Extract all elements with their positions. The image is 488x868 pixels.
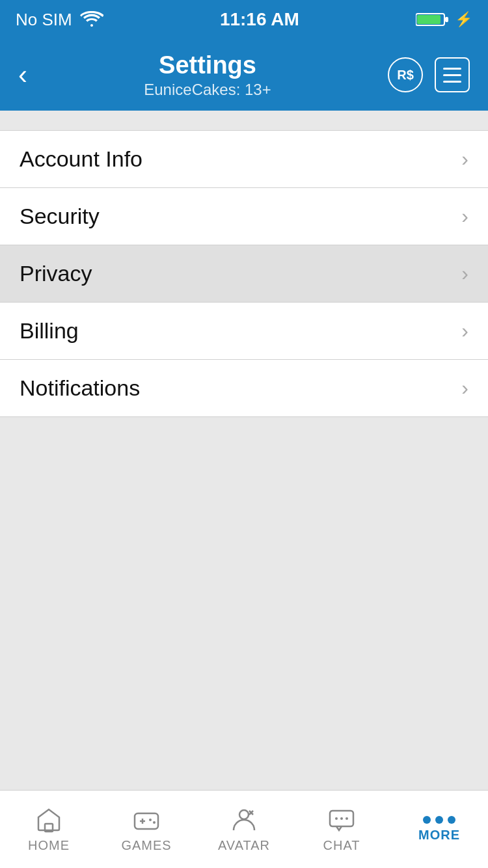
notifications-label: Notifications xyxy=(20,375,140,401)
more-icon xyxy=(423,816,455,824)
svg-point-14 xyxy=(340,817,343,820)
billing-label: Billing xyxy=(20,318,79,344)
nav-subtitle: EuniceCakes: 13+ xyxy=(144,81,271,99)
games-tab-label: GAMES xyxy=(121,838,171,853)
security-label: Security xyxy=(20,204,100,229)
svg-rect-2 xyxy=(445,17,448,22)
home-icon xyxy=(34,806,63,834)
home-tab-label: HOME xyxy=(28,838,70,853)
settings-item-account-info[interactable]: Account Info › xyxy=(0,131,488,188)
tab-item-more[interactable]: MORE xyxy=(390,791,488,868)
settings-item-billing[interactable]: Billing › xyxy=(0,303,488,360)
nav-title-block: Settings EuniceCakes: 13+ xyxy=(144,51,271,99)
games-icon xyxy=(132,806,161,834)
svg-point-9 xyxy=(239,810,249,819)
carrier-label: No SIM xyxy=(16,10,72,30)
account-info-label: Account Info xyxy=(20,146,142,172)
wifi-icon xyxy=(80,11,103,28)
nav-actions: R$ xyxy=(388,57,470,92)
svg-point-8 xyxy=(153,821,156,824)
chevron-right-icon: › xyxy=(461,376,468,400)
section-spacer xyxy=(0,111,488,130)
status-bar: No SIM 11:16 AM ⚡ xyxy=(0,0,488,39)
more-tab-label: MORE xyxy=(418,828,460,843)
tab-bar: HOME GAMES AVATAR CHAT xyxy=(0,790,488,868)
battery-icon xyxy=(416,11,448,28)
svg-point-13 xyxy=(335,817,338,820)
chevron-right-icon: › xyxy=(461,262,468,286)
charging-icon: ⚡ xyxy=(455,11,472,28)
svg-rect-1 xyxy=(417,15,441,24)
avatar-tab-label: AVATAR xyxy=(218,838,270,853)
chat-tab-label: CHAT xyxy=(323,838,360,853)
settings-list: Account Info › Security › Privacy › Bill… xyxy=(0,130,488,417)
robux-label: R$ xyxy=(397,68,414,83)
settings-item-security[interactable]: Security › xyxy=(0,188,488,245)
tab-item-games[interactable]: GAMES xyxy=(98,791,195,868)
chevron-right-icon: › xyxy=(461,319,468,343)
chevron-right-icon: › xyxy=(461,204,468,228)
chevron-right-icon: › xyxy=(461,147,468,171)
robux-button[interactable]: R$ xyxy=(388,57,423,92)
back-button[interactable]: ‹ xyxy=(18,61,27,88)
svg-point-7 xyxy=(149,819,152,821)
menu-button[interactable] xyxy=(435,57,470,92)
svg-rect-4 xyxy=(135,813,158,829)
nav-bar: ‹ Settings EuniceCakes: 13+ R$ xyxy=(0,39,488,111)
page-title: Settings xyxy=(144,51,271,79)
tab-item-chat[interactable]: CHAT xyxy=(293,791,390,868)
avatar-icon xyxy=(230,806,258,834)
svg-point-15 xyxy=(346,817,348,820)
tab-item-home[interactable]: HOME xyxy=(0,791,98,868)
content-area xyxy=(0,417,488,794)
status-time: 11:16 AM xyxy=(220,9,299,29)
privacy-label: Privacy xyxy=(20,261,92,286)
chat-icon xyxy=(327,806,356,834)
tab-item-avatar[interactable]: AVATAR xyxy=(195,791,293,868)
settings-item-privacy[interactable]: Privacy › xyxy=(0,245,488,303)
settings-item-notifications[interactable]: Notifications › xyxy=(0,360,488,417)
